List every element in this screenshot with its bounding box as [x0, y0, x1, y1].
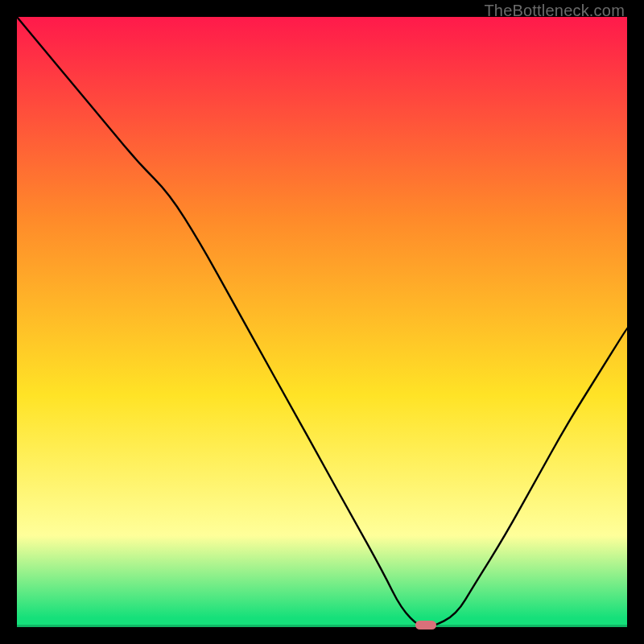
bottleneck-curve: [17, 17, 627, 627]
plot-area: [17, 17, 627, 627]
optimal-point-marker: [415, 621, 436, 630]
bottleneck-curve-path: [17, 17, 627, 627]
